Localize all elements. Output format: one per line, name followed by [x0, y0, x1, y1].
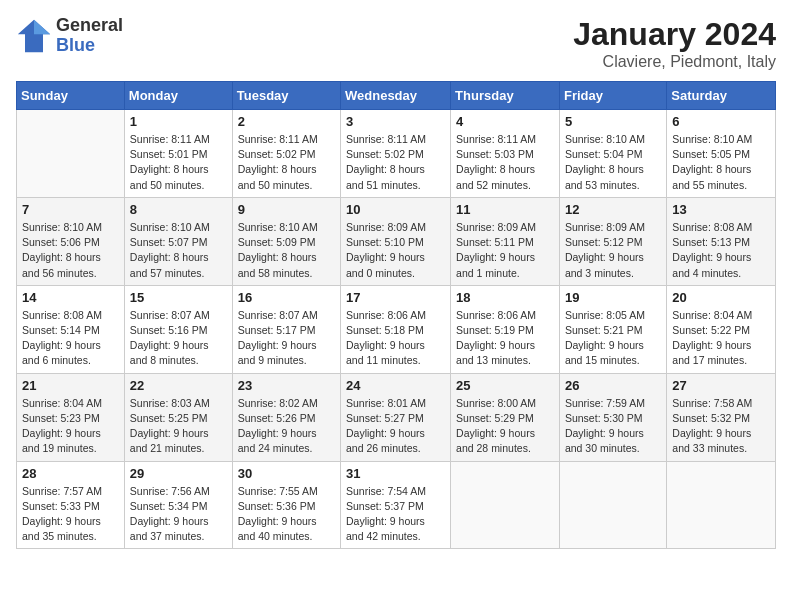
day-number: 24 [346, 378, 445, 393]
page-title: January 2024 [573, 16, 776, 53]
calendar-cell: 29Sunrise: 7:56 AMSunset: 5:34 PMDayligh… [124, 461, 232, 549]
day-number: 30 [238, 466, 335, 481]
calendar-week-row: 28Sunrise: 7:57 AMSunset: 5:33 PMDayligh… [17, 461, 776, 549]
calendar-week-row: 21Sunrise: 8:04 AMSunset: 5:23 PMDayligh… [17, 373, 776, 461]
day-info: Sunrise: 8:11 AMSunset: 5:03 PMDaylight:… [456, 132, 554, 193]
calendar-cell: 8Sunrise: 8:10 AMSunset: 5:07 PMDaylight… [124, 197, 232, 285]
day-number: 5 [565, 114, 661, 129]
day-info: Sunrise: 8:07 AMSunset: 5:17 PMDaylight:… [238, 308, 335, 369]
day-number: 12 [565, 202, 661, 217]
logo-icon [16, 18, 52, 54]
day-info: Sunrise: 8:10 AMSunset: 5:09 PMDaylight:… [238, 220, 335, 281]
day-number: 9 [238, 202, 335, 217]
day-number: 27 [672, 378, 770, 393]
calendar-week-row: 7Sunrise: 8:10 AMSunset: 5:06 PMDaylight… [17, 197, 776, 285]
day-info: Sunrise: 8:05 AMSunset: 5:21 PMDaylight:… [565, 308, 661, 369]
day-info: Sunrise: 8:04 AMSunset: 5:22 PMDaylight:… [672, 308, 770, 369]
calendar-cell: 9Sunrise: 8:10 AMSunset: 5:09 PMDaylight… [232, 197, 340, 285]
header-cell-tuesday: Tuesday [232, 82, 340, 110]
day-info: Sunrise: 8:10 AMSunset: 5:06 PMDaylight:… [22, 220, 119, 281]
calendar-cell [559, 461, 666, 549]
day-number: 18 [456, 290, 554, 305]
day-info: Sunrise: 8:00 AMSunset: 5:29 PMDaylight:… [456, 396, 554, 457]
calendar-cell: 22Sunrise: 8:03 AMSunset: 5:25 PMDayligh… [124, 373, 232, 461]
calendar-cell: 18Sunrise: 8:06 AMSunset: 5:19 PMDayligh… [451, 285, 560, 373]
calendar-week-row: 14Sunrise: 8:08 AMSunset: 5:14 PMDayligh… [17, 285, 776, 373]
calendar-week-row: 1Sunrise: 8:11 AMSunset: 5:01 PMDaylight… [17, 110, 776, 198]
day-info: Sunrise: 7:55 AMSunset: 5:36 PMDaylight:… [238, 484, 335, 545]
calendar-cell: 21Sunrise: 8:04 AMSunset: 5:23 PMDayligh… [17, 373, 125, 461]
day-info: Sunrise: 8:08 AMSunset: 5:13 PMDaylight:… [672, 220, 770, 281]
calendar-cell [451, 461, 560, 549]
day-number: 17 [346, 290, 445, 305]
calendar-cell: 27Sunrise: 7:58 AMSunset: 5:32 PMDayligh… [667, 373, 776, 461]
day-number: 28 [22, 466, 119, 481]
day-info: Sunrise: 7:59 AMSunset: 5:30 PMDaylight:… [565, 396, 661, 457]
day-info: Sunrise: 8:09 AMSunset: 5:12 PMDaylight:… [565, 220, 661, 281]
title-area: January 2024 Claviere, Piedmont, Italy [573, 16, 776, 71]
calendar-cell: 25Sunrise: 8:00 AMSunset: 5:29 PMDayligh… [451, 373, 560, 461]
calendar-cell: 17Sunrise: 8:06 AMSunset: 5:18 PMDayligh… [341, 285, 451, 373]
day-number: 11 [456, 202, 554, 217]
calendar-cell: 24Sunrise: 8:01 AMSunset: 5:27 PMDayligh… [341, 373, 451, 461]
day-number: 19 [565, 290, 661, 305]
day-info: Sunrise: 8:09 AMSunset: 5:11 PMDaylight:… [456, 220, 554, 281]
calendar-cell [17, 110, 125, 198]
day-number: 7 [22, 202, 119, 217]
header-cell-monday: Monday [124, 82, 232, 110]
calendar-cell: 2Sunrise: 8:11 AMSunset: 5:02 PMDaylight… [232, 110, 340, 198]
day-number: 3 [346, 114, 445, 129]
day-info: Sunrise: 7:56 AMSunset: 5:34 PMDaylight:… [130, 484, 227, 545]
calendar-cell: 5Sunrise: 8:10 AMSunset: 5:04 PMDaylight… [559, 110, 666, 198]
day-info: Sunrise: 8:08 AMSunset: 5:14 PMDaylight:… [22, 308, 119, 369]
calendar-cell: 10Sunrise: 8:09 AMSunset: 5:10 PMDayligh… [341, 197, 451, 285]
day-info: Sunrise: 8:11 AMSunset: 5:01 PMDaylight:… [130, 132, 227, 193]
calendar-cell: 12Sunrise: 8:09 AMSunset: 5:12 PMDayligh… [559, 197, 666, 285]
day-info: Sunrise: 8:10 AMSunset: 5:07 PMDaylight:… [130, 220, 227, 281]
day-number: 8 [130, 202, 227, 217]
day-number: 16 [238, 290, 335, 305]
logo-line2: Blue [56, 36, 123, 56]
header: General Blue January 2024 Claviere, Pied… [16, 16, 776, 71]
day-info: Sunrise: 8:10 AMSunset: 5:05 PMDaylight:… [672, 132, 770, 193]
day-number: 6 [672, 114, 770, 129]
day-number: 13 [672, 202, 770, 217]
calendar-cell: 3Sunrise: 8:11 AMSunset: 5:02 PMDaylight… [341, 110, 451, 198]
day-number: 25 [456, 378, 554, 393]
calendar-cell: 23Sunrise: 8:02 AMSunset: 5:26 PMDayligh… [232, 373, 340, 461]
header-cell-wednesday: Wednesday [341, 82, 451, 110]
day-number: 14 [22, 290, 119, 305]
day-number: 10 [346, 202, 445, 217]
day-info: Sunrise: 7:58 AMSunset: 5:32 PMDaylight:… [672, 396, 770, 457]
calendar-cell: 7Sunrise: 8:10 AMSunset: 5:06 PMDaylight… [17, 197, 125, 285]
header-cell-sunday: Sunday [17, 82, 125, 110]
day-info: Sunrise: 8:07 AMSunset: 5:16 PMDaylight:… [130, 308, 227, 369]
page-subtitle: Claviere, Piedmont, Italy [573, 53, 776, 71]
day-number: 22 [130, 378, 227, 393]
calendar-cell: 4Sunrise: 8:11 AMSunset: 5:03 PMDaylight… [451, 110, 560, 198]
day-number: 29 [130, 466, 227, 481]
header-cell-thursday: Thursday [451, 82, 560, 110]
calendar-cell: 20Sunrise: 8:04 AMSunset: 5:22 PMDayligh… [667, 285, 776, 373]
day-info: Sunrise: 8:06 AMSunset: 5:18 PMDaylight:… [346, 308, 445, 369]
day-number: 20 [672, 290, 770, 305]
day-number: 15 [130, 290, 227, 305]
day-number: 1 [130, 114, 227, 129]
calendar-cell: 28Sunrise: 7:57 AMSunset: 5:33 PMDayligh… [17, 461, 125, 549]
day-info: Sunrise: 7:54 AMSunset: 5:37 PMDaylight:… [346, 484, 445, 545]
calendar-cell [667, 461, 776, 549]
calendar-table: SundayMondayTuesdayWednesdayThursdayFrid… [16, 81, 776, 549]
day-info: Sunrise: 8:10 AMSunset: 5:04 PMDaylight:… [565, 132, 661, 193]
day-info: Sunrise: 8:06 AMSunset: 5:19 PMDaylight:… [456, 308, 554, 369]
calendar-cell: 6Sunrise: 8:10 AMSunset: 5:05 PMDaylight… [667, 110, 776, 198]
day-number: 31 [346, 466, 445, 481]
calendar-cell: 11Sunrise: 8:09 AMSunset: 5:11 PMDayligh… [451, 197, 560, 285]
calendar-cell: 19Sunrise: 8:05 AMSunset: 5:21 PMDayligh… [559, 285, 666, 373]
calendar-header-row: SundayMondayTuesdayWednesdayThursdayFrid… [17, 82, 776, 110]
day-info: Sunrise: 8:01 AMSunset: 5:27 PMDaylight:… [346, 396, 445, 457]
day-info: Sunrise: 8:09 AMSunset: 5:10 PMDaylight:… [346, 220, 445, 281]
calendar-cell: 15Sunrise: 8:07 AMSunset: 5:16 PMDayligh… [124, 285, 232, 373]
calendar-cell: 31Sunrise: 7:54 AMSunset: 5:37 PMDayligh… [341, 461, 451, 549]
day-info: Sunrise: 8:04 AMSunset: 5:23 PMDaylight:… [22, 396, 119, 457]
day-info: Sunrise: 8:11 AMSunset: 5:02 PMDaylight:… [238, 132, 335, 193]
